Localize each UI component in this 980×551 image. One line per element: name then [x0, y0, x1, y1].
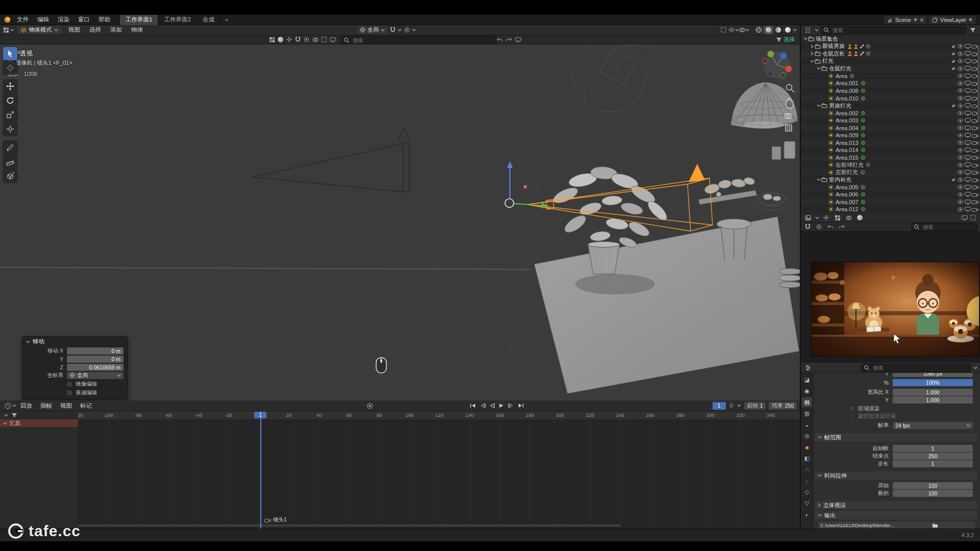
hide-eye-icon[interactable]: [957, 185, 964, 189]
exclude-checkbox[interactable]: [951, 44, 956, 49]
outliner-row[interactable]: Area.004: [801, 124, 980, 132]
editor-type-icon[interactable]: [803, 365, 813, 371]
editor-type-icon[interactable]: [803, 215, 813, 221]
outliner-row[interactable]: Area.009: [801, 132, 980, 139]
chevron-down-icon[interactable]: [737, 404, 741, 407]
menu-render[interactable]: 渲染: [54, 15, 74, 25]
workspace-tab-3[interactable]: 合成: [197, 15, 220, 25]
viewlayer-selector[interactable]: ViewLayer: [929, 16, 976, 24]
mirror-edit-option[interactable]: 镜像编辑: [66, 381, 124, 388]
frame-end-field[interactable]: 结束 250: [769, 402, 797, 410]
viewport-disable-icon[interactable]: [965, 162, 971, 167]
checkbox[interactable]: [66, 381, 72, 387]
outliner-search[interactable]: [821, 26, 966, 34]
properties-tab-output[interactable]: ▤: [802, 397, 812, 407]
jump-to-end-button[interactable]: [518, 403, 524, 408]
region-icon[interactable]: [969, 215, 977, 220]
filter-icon[interactable]: [968, 28, 977, 33]
exclude-checkbox[interactable]: [951, 177, 956, 182]
expand-icon[interactable]: [810, 52, 815, 56]
chevron-down-icon[interactable]: [745, 29, 749, 32]
menu-object[interactable]: 物体: [127, 26, 147, 34]
collapse-icon[interactable]: [816, 104, 821, 107]
chevron-down-icon[interactable]: [815, 216, 819, 219]
editor-type-icon[interactable]: [3, 403, 12, 409]
snap-icon[interactable]: [803, 224, 812, 230]
hide-eye-icon[interactable]: [957, 66, 964, 71]
outliner-row[interactable]: 灯光: [801, 58, 980, 65]
render-disable-icon[interactable]: [972, 140, 978, 145]
timeline-editor[interactable]: 回放 插帧 视图 标记 1 起始 1: [0, 400, 800, 529]
chevron-down-icon[interactable]: [12, 404, 16, 407]
viewport-disable-icon[interactable]: [965, 118, 971, 123]
hide-eye-icon[interactable]: [957, 88, 964, 93]
shading-wireframe-button[interactable]: [754, 26, 764, 34]
ortho-toggle-icon[interactable]: [786, 125, 792, 131]
options-icon[interactable]: [513, 37, 523, 42]
tool-annotate[interactable]: [3, 141, 17, 154]
overlays-toggle[interactable]: [739, 28, 745, 33]
viewport-search[interactable]: [340, 36, 497, 44]
move-operator-panel[interactable]: 移动 移动 X 0 m Y 0 m Z 0.0610659 m 坐标系 全局: [22, 336, 128, 400]
viewport-disable-icon[interactable]: [965, 170, 971, 175]
properties-tab-particles[interactable]: ∴: [802, 465, 812, 474]
playhead-frame-badge[interactable]: 1: [254, 412, 266, 418]
timeline-scrollbar[interactable]: [78, 524, 621, 527]
play-button[interactable]: [499, 403, 504, 408]
outliner-search-input[interactable]: [831, 27, 964, 34]
viewport-disable-icon[interactable]: [965, 66, 971, 71]
workspace-tab-2[interactable]: 工作界面2: [158, 15, 197, 25]
render-disable-icon[interactable]: [972, 163, 978, 167]
render-disable-icon[interactable]: [972, 178, 978, 182]
scene-selector[interactable]: Scene: [884, 16, 927, 24]
hide-eye-icon[interactable]: [957, 155, 964, 160]
overlay-icon[interactable]: [844, 215, 853, 220]
outliner-row[interactable]: Area.010: [801, 94, 980, 102]
viewport-disable-icon[interactable]: [965, 199, 971, 205]
screen-icon[interactable]: [328, 37, 337, 42]
move-y-field[interactable]: 0 m: [67, 356, 124, 363]
resolution-percent-slider[interactable]: 100%: [893, 379, 973, 386]
new-viewlayer-icon[interactable]: [968, 17, 973, 22]
render-disable-icon[interactable]: [972, 199, 978, 204]
image-editor-canvas[interactable]: [801, 232, 980, 363]
outliner-row[interactable]: 场景集合: [801, 35, 980, 43]
outliner-row[interactable]: 仓鼠灯光: [801, 65, 980, 72]
auto-keyframe-toggle[interactable]: [366, 403, 373, 409]
properties-search[interactable]: [861, 364, 971, 372]
exclude-checkbox[interactable]: [951, 51, 956, 56]
render-disable-icon[interactable]: [972, 155, 978, 160]
xray-icon[interactable]: [320, 37, 328, 42]
aspect-y-field[interactable]: 1.000: [893, 396, 973, 404]
tool-move[interactable]: [3, 80, 17, 93]
jump-to-start-button[interactable]: [470, 403, 476, 408]
properties-tab-constraints[interactable]: ◇: [802, 487, 812, 497]
xray-toggle[interactable]: [718, 27, 728, 33]
outliner-row[interactable]: 室内补光: [801, 176, 980, 184]
time-stretch-section[interactable]: 时间拉伸: [815, 471, 977, 480]
image-editor-search[interactable]: [911, 223, 977, 231]
collapse-icon[interactable]: [803, 37, 808, 40]
hide-eye-icon[interactable]: [957, 178, 964, 182]
grid-icon[interactable]: [833, 215, 842, 221]
summary-channel[interactable]: 汇总: [0, 419, 78, 427]
menu-select[interactable]: 选择: [85, 26, 105, 34]
menu-marker[interactable]: 标记: [76, 402, 96, 410]
collapse-icon[interactable]: [26, 340, 30, 343]
properties-tab-render[interactable]: ◉: [802, 386, 812, 396]
hide-eye-icon[interactable]: [957, 163, 964, 167]
hide-eye-icon[interactable]: [957, 170, 964, 174]
editor-type-icon[interactable]: [3, 27, 9, 33]
hide-eye-icon[interactable]: [957, 104, 964, 108]
next-keyframe-button[interactable]: [508, 403, 514, 408]
shading-material-button[interactable]: [773, 26, 783, 34]
redo-icon[interactable]: [504, 37, 513, 42]
properties-tab-data[interactable]: ▽: [802, 498, 812, 508]
hide-eye-icon[interactable]: [957, 192, 964, 197]
image-search-input[interactable]: [922, 223, 975, 231]
proportional-options-chevron[interactable]: [412, 29, 416, 32]
expand-icon[interactable]: [810, 44, 815, 48]
move-z-field[interactable]: 0.0610659 m: [67, 364, 124, 371]
tool-measure[interactable]: [3, 155, 17, 168]
menu-help[interactable]: 帮助: [94, 15, 114, 25]
